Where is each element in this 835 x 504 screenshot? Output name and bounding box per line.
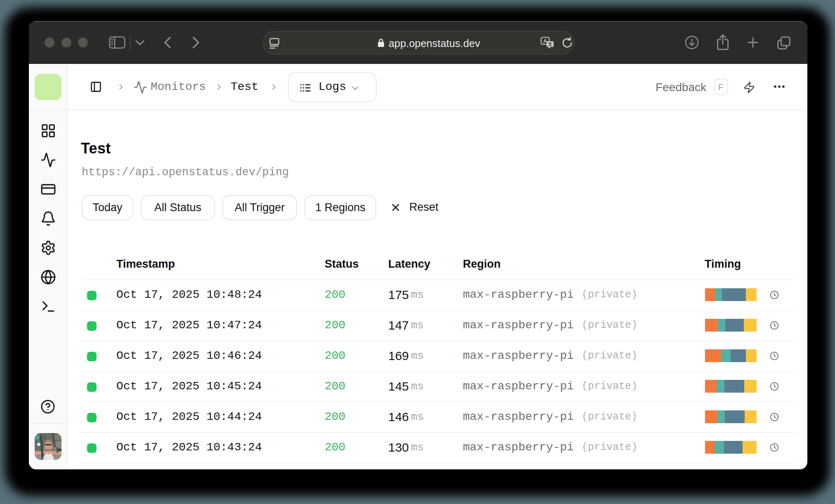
svg-text:文: 文	[547, 42, 552, 47]
